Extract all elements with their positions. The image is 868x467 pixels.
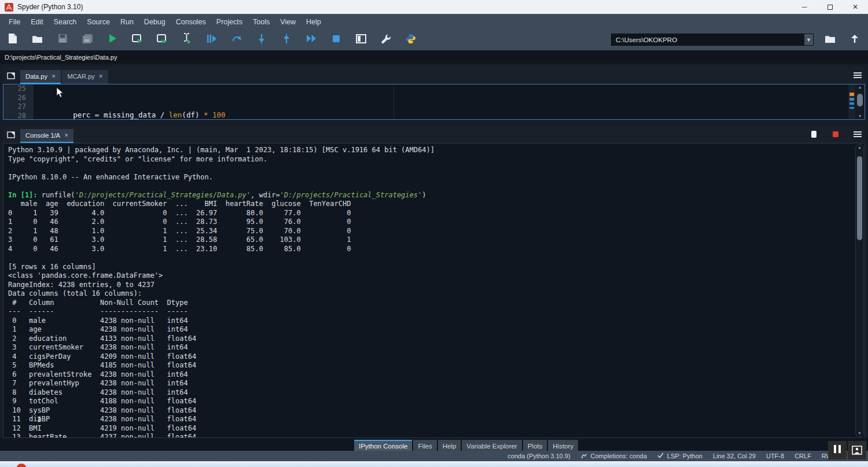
hamburger-icon bbox=[854, 71, 862, 79]
continue-button[interactable] bbox=[304, 33, 318, 47]
menu-item-run[interactable]: Run bbox=[115, 14, 139, 29]
console-line: 8 diabetes 4238 non-null int64 bbox=[8, 388, 853, 398]
code-area[interactable]: perc = missing_data / len(df) * 100 prin… bbox=[34, 84, 865, 119]
close-icon[interactable]: ✕ bbox=[52, 73, 56, 79]
pane-tab-history[interactable]: History bbox=[548, 440, 578, 451]
tab-console-1-a[interactable]: Console 1/A✕ bbox=[20, 129, 73, 143]
pane-tab-files[interactable]: Files bbox=[413, 440, 436, 451]
scroll-up-icon[interactable]: ▲ bbox=[858, 145, 862, 150]
console-line: 7 prevalentHyp 4238 non-null int64 bbox=[8, 379, 853, 388]
tab-mcar-py[interactable]: MCAR.py✕ bbox=[62, 70, 108, 84]
minimize-button[interactable]: ─ bbox=[792, 0, 817, 14]
console-line: RangeIndex: 4238 entries, 0 to 4237 bbox=[8, 281, 853, 290]
close-icon[interactable]: ✕ bbox=[64, 133, 69, 138]
open-folder-icon bbox=[32, 34, 43, 46]
stop-button[interactable] bbox=[329, 33, 343, 47]
save-button[interactable] bbox=[56, 33, 69, 47]
pane-tab-ipython-console[interactable]: IPython Console bbox=[354, 440, 412, 451]
menu-item-view[interactable]: View bbox=[275, 14, 301, 29]
restore-icon bbox=[827, 5, 833, 10]
titlebar: Spyder (Python 3.10) ─ ✕ bbox=[0, 0, 868, 14]
text-cursor: I bbox=[37, 415, 42, 423]
menu-item-help[interactable]: Help bbox=[301, 14, 326, 29]
save-all-icon bbox=[82, 34, 93, 46]
line-number-gutter: 25262728 bbox=[3, 84, 34, 119]
inspect-object-button[interactable] bbox=[806, 127, 821, 141]
run-cell-advance-button[interactable] bbox=[155, 33, 169, 47]
console-output: Python 3.10.9 | packaged by Anaconda, In… bbox=[8, 146, 853, 438]
tab-label: Data.py bbox=[25, 73, 47, 80]
open-file-button[interactable] bbox=[31, 33, 45, 47]
pane-tab-plots[interactable]: Plots bbox=[523, 440, 547, 451]
editor-scrollbar-thumb[interactable] bbox=[857, 94, 863, 106]
pause-recording-button[interactable] bbox=[828, 441, 847, 459]
status-line-32-col-29: Line 32, Col 29 bbox=[713, 453, 756, 459]
editor-options-menu-button[interactable] bbox=[850, 68, 865, 82]
console-line: 0 1 39 4.0 0 ... 26.97 80.0 77.0 0 bbox=[8, 209, 853, 218]
menu-item-source[interactable]: Source bbox=[82, 14, 115, 29]
tab-label: Console 1/A bbox=[25, 132, 60, 139]
run-cell-advance-icon bbox=[156, 34, 168, 46]
editor-tabs: Data.py✕MCAR.py✕ bbox=[20, 67, 109, 84]
statusbar: conda (Python 3.10.9)Completions: condaL… bbox=[0, 451, 868, 461]
status-utf-8: UTF-8 bbox=[766, 453, 784, 459]
preferences-button[interactable] bbox=[379, 33, 393, 47]
scroll-down-icon[interactable]: ▼ bbox=[858, 431, 862, 436]
ipython-console[interactable]: Python 3.10.9 | packaged by Anaconda, In… bbox=[3, 143, 865, 438]
interrupt-kernel-button[interactable] bbox=[828, 127, 843, 141]
save-all-button[interactable] bbox=[80, 33, 94, 47]
arrow-up-icon bbox=[283, 34, 290, 46]
menu-item-debug[interactable]: Debug bbox=[139, 14, 171, 29]
console-line: 4 0 46 3.0 1 ... 23.10 85.0 85.0 0 bbox=[8, 245, 853, 254]
menu-item-edit[interactable]: Edit bbox=[25, 14, 49, 29]
console-line: # Column Non-Null Count Dtype bbox=[8, 299, 853, 308]
mouse-cursor bbox=[56, 87, 64, 101]
run-file-button[interactable] bbox=[105, 33, 119, 47]
menu-item-search[interactable]: Search bbox=[49, 14, 82, 29]
close-icon[interactable]: ✕ bbox=[99, 73, 104, 79]
menu-item-file[interactable]: File bbox=[3, 14, 25, 29]
restore-button[interactable] bbox=[817, 0, 843, 14]
browse-working-directory-button[interactable] bbox=[823, 33, 838, 47]
console-scrollbar[interactable]: ▲ ▼ bbox=[855, 144, 864, 437]
maximize-pane-button[interactable] bbox=[354, 33, 368, 47]
menu-item-projects[interactable]: Projects bbox=[211, 14, 248, 29]
webcam-toggle-button[interactable] bbox=[848, 441, 866, 459]
code-editor[interactable]: 25262728 perc = missing_data / len(df) *… bbox=[3, 84, 865, 120]
browse-tabs-button[interactable] bbox=[3, 127, 20, 142]
run-current-line-button[interactable] bbox=[230, 33, 244, 47]
new-file-button[interactable] bbox=[6, 33, 20, 47]
scroll-down-icon[interactable]: ▼ bbox=[858, 113, 862, 119]
console-line bbox=[8, 253, 853, 263]
browse-tabs-button[interactable] bbox=[3, 68, 20, 83]
console-line: 13 heartRate 4237 non-null float64 bbox=[8, 433, 853, 438]
pane-tab-help[interactable]: Help bbox=[438, 440, 461, 451]
pane-tab-variable-explorer[interactable]: Variable Explorer bbox=[462, 440, 521, 451]
python-env-button[interactable] bbox=[404, 33, 418, 47]
menu-item-tools[interactable]: Tools bbox=[248, 14, 275, 29]
chevron-down-icon[interactable]: ▼ bbox=[804, 34, 813, 45]
run-cell-icon bbox=[131, 34, 143, 46]
step-return-button[interactable] bbox=[279, 33, 293, 47]
check-icon bbox=[657, 453, 664, 459]
new-file-icon bbox=[8, 33, 17, 46]
code-line: print(f'Feature {i+1} >> Missing entries… bbox=[38, 120, 865, 120]
editor-scrollbar[interactable]: ▲ ▼ bbox=[855, 84, 865, 119]
console-scrollbar-thumb[interactable] bbox=[857, 156, 862, 240]
run-cell-button[interactable] bbox=[130, 33, 144, 47]
console-line: IPython 8.10.0 -- An enhanced Interactiv… bbox=[8, 173, 853, 182]
tab-data-py[interactable]: Data.py✕ bbox=[20, 70, 61, 84]
working-directory-combobox[interactable]: C:\Users\OKOKPRO ▼ bbox=[611, 34, 814, 46]
save-icon bbox=[58, 34, 68, 46]
menu-item-consoles[interactable]: Consoles bbox=[171, 14, 211, 29]
run-selection-button[interactable] bbox=[180, 33, 194, 47]
run-selection-icon bbox=[182, 33, 192, 46]
scroll-up-icon[interactable]: ▲ bbox=[858, 84, 862, 90]
debug-file-button[interactable] bbox=[205, 33, 219, 47]
parent-directory-button[interactable] bbox=[847, 33, 862, 47]
window-controls: ─ ✕ bbox=[792, 0, 868, 14]
webcam-icon bbox=[852, 446, 862, 455]
step-into-button[interactable] bbox=[255, 33, 269, 47]
console-options-menu-button[interactable] bbox=[850, 127, 865, 141]
close-button[interactable]: ✕ bbox=[843, 0, 868, 14]
